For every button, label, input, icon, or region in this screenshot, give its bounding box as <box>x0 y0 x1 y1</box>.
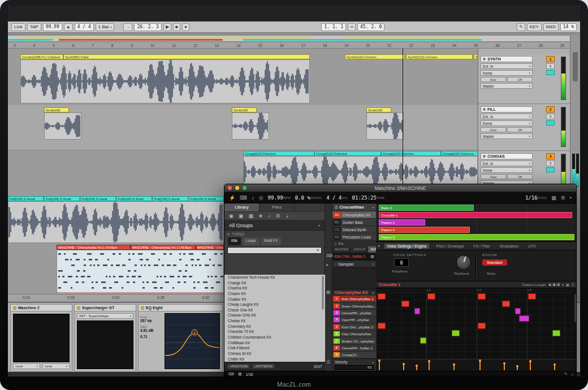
velocity-stem[interactable] <box>504 363 505 370</box>
library-item[interactable]: Charge Kit <box>224 280 325 286</box>
output-select[interactable]: Master▾ <box>481 83 533 89</box>
library-item[interactable]: Chatter Kit <box>224 297 325 302</box>
group-slot[interactable]: B1Ducker Bass <box>332 219 376 226</box>
star-icon[interactable]: ★ <box>258 213 263 219</box>
loop-length-display[interactable]: 45. 2. 0 <box>357 23 385 31</box>
clip[interactable]: MASCHINE - Chlorophylliac Kit 1-143 Bpm <box>131 245 196 250</box>
midi-clip-notes[interactable] <box>57 250 224 293</box>
input-channel-select[interactable]: Keine▾ <box>481 70 533 76</box>
time-signature-display[interactable]: 4 / 4 <box>75 23 94 31</box>
caret-right-icon[interactable]: ▸ <box>228 232 230 236</box>
preset-select[interactable]: INIT - Supercharger▾ <box>77 313 133 319</box>
note-block[interactable] <box>378 323 386 329</box>
arranger-clip[interactable]: Pattern 2 <box>379 219 425 226</box>
library-item[interactable]: ChiliBean Kit <box>224 340 325 346</box>
plugin-param-select[interactable]: none▾ <box>42 363 70 369</box>
gear-icon[interactable]: ⚙ <box>275 213 280 219</box>
sound-slot[interactable]: 5Kick Chlo...phylliac 2 <box>332 324 376 331</box>
note-block[interactable] <box>478 293 486 300</box>
note-block[interactable] <box>552 330 560 336</box>
type-filter-loops[interactable]: Loops <box>243 237 260 245</box>
audio-clip-waveform[interactable] <box>20 59 310 103</box>
tag-patterns[interactable]: +PATTERNS <box>252 364 275 369</box>
stop-button[interactable]: ■ <box>173 23 180 31</box>
sound-name-strip[interactable]: Kick Chlo...hylliac 1 S <box>332 253 376 260</box>
search-input[interactable] <box>230 248 316 253</box>
gear-icon[interactable]: ⚙ <box>561 195 565 201</box>
device-header[interactable]: Maschine 2 <box>11 305 72 311</box>
track-activator-icon[interactable] <box>483 108 486 111</box>
draw-mode-icon[interactable]: ✎ <box>517 23 525 31</box>
track-arm-button[interactable]: 3 <box>546 153 555 159</box>
solo-button[interactable]: S <box>546 161 555 166</box>
audio-clip-waveform[interactable] <box>243 156 477 188</box>
monitor-off-button[interactable]: Off <box>507 127 533 132</box>
clip[interactable]: Synth[120] Crimson <box>474 54 477 59</box>
keyboard-icon[interactable]: ⌨ <box>326 253 333 258</box>
tab-library[interactable]: Library <box>224 203 260 211</box>
channel-tab[interactable]: FX / Filter <box>471 244 493 249</box>
quantize-menu[interactable]: 1 Bar▾ <box>96 23 115 31</box>
project-group-header[interactable]: ☰ Crocodillian ▾ <box>332 203 376 211</box>
input-channel-select[interactable]: Keine▾ <box>481 167 533 173</box>
step-grid-value[interactable]: 1/16 <box>246 372 253 376</box>
library-item[interactable]: Chasm Kit <box>224 291 325 297</box>
clip[interactable]: Combo[168] Fm Cracked <box>20 54 63 59</box>
clip[interactable]: MASCHINE - Chlorophylliac Kit 1-143 Bpm <box>57 245 131 250</box>
tempo-display[interactable]: 99.99 <box>43 23 62 31</box>
clip[interactable]: Synth[120] Crimson <box>406 54 473 59</box>
arranger-clip[interactable]: Basic 2 <box>379 205 473 211</box>
device-power-icon[interactable] <box>77 306 80 310</box>
library-item[interactable]: Childish Countenance Kit <box>224 335 325 340</box>
track-arm-button[interactable]: 1 <box>546 56 555 62</box>
note-block[interactable] <box>478 323 486 329</box>
arrow-icon[interactable]: ▸ <box>326 262 328 267</box>
grid-icon[interactable]: ▦ <box>566 283 569 287</box>
clip[interactable]: Scratch[9 <box>366 107 391 112</box>
note-block[interactable] <box>502 301 510 307</box>
velocity-lane[interactable] <box>376 359 577 371</box>
type-filter-kits[interactable]: Kits <box>228 237 241 245</box>
freq-value[interactable]: 257 Hz <box>140 319 163 323</box>
sound-slot[interactable]: 1Kick Chlorophylliac 1 <box>332 296 376 302</box>
sound-slot[interactable]: 6Clap Chlorophylliac <box>332 331 376 337</box>
bpm-display[interactable]: 99.99 <box>268 195 283 201</box>
swing-display[interactable]: 0.0 % <box>295 195 310 201</box>
midi-map-button[interactable]: MIDI <box>543 23 559 31</box>
clip[interactable]: Scratch[9 <box>232 107 257 112</box>
sound-slot[interactable]: 3ClosedHH...phylliac <box>332 310 376 317</box>
link-button[interactable]: Link <box>11 23 25 31</box>
loop-icon[interactable]: ∞ <box>348 23 356 31</box>
input-channel-select[interactable]: Keine▾ <box>481 120 533 126</box>
solo-badge[interactable]: S <box>370 255 374 258</box>
note-block[interactable] <box>452 330 460 336</box>
note-block[interactable] <box>378 293 386 300</box>
monitor-off-button[interactable]: Off <box>507 174 533 179</box>
velocity-stem[interactable] <box>453 365 455 370</box>
clip[interactable]: Conga[110] Felonius <box>441 151 477 156</box>
audio-clip-waveform[interactable] <box>366 112 404 140</box>
loop-start-display[interactable]: 1. 1. 1 <box>321 23 346 31</box>
clip[interactable]: Scratch[9 <box>44 107 69 112</box>
polyphony-display[interactable]: 8 <box>394 258 409 267</box>
note-block[interactable] <box>515 308 521 314</box>
clip[interactable]: MASCHINE - Chlorophylliac Kit 1-143 Bpm <box>196 245 224 250</box>
sig-display[interactable]: 4 / 4 <box>326 195 341 201</box>
plugin-select[interactable]: ♪ Sampler ▾ <box>332 260 376 268</box>
engine-mode-value[interactable]: Standard <box>482 259 507 266</box>
device-header[interactable]: Supercharger GT <box>75 305 136 311</box>
tap-tempo-button[interactable]: TAP <box>27 23 41 31</box>
library-item[interactable]: Chevelle 70 Kit <box>224 329 325 335</box>
eq-display[interactable]: 1 <box>165 313 220 369</box>
sound-slot[interactable]: 7Shaker Ch...ophylliac <box>332 337 376 344</box>
caret-right-icon[interactable]: ▸ <box>378 244 381 248</box>
device-power-icon[interactable] <box>141 306 144 310</box>
q-value[interactable]: 0.71 <box>140 335 163 339</box>
library-item[interactable]: Chimes St Kit <box>224 351 325 357</box>
note-block[interactable] <box>528 293 536 300</box>
clip[interactable]: Full[104] G Aural <box>189 196 224 201</box>
channel-tab[interactable]: Pitch / Envelope <box>433 244 466 249</box>
user-icon[interactable]: ◉ <box>229 213 234 219</box>
library-item[interactable]: Chelas Kit <box>224 318 325 324</box>
group-slot[interactable]: D1Percussion Loops <box>332 233 376 241</box>
